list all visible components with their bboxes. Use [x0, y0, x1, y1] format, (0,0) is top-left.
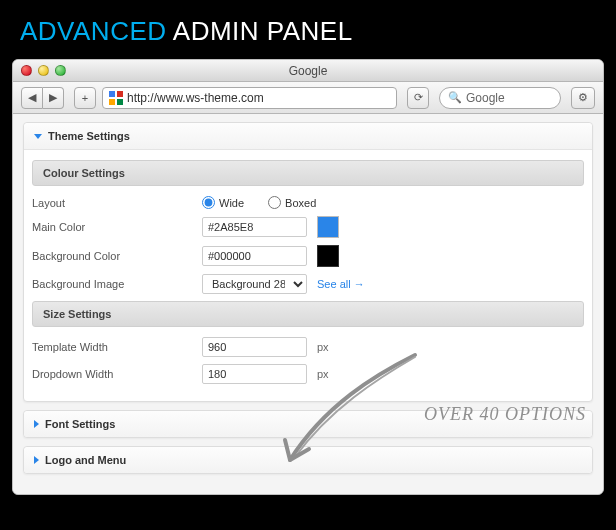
label-bg-image: Background Image: [32, 278, 202, 290]
section-size-settings: Size Settings: [32, 301, 584, 327]
window-title: Google: [13, 64, 603, 78]
panel-title: Theme Settings: [48, 130, 130, 142]
chevron-down-icon: [34, 134, 42, 139]
address-bar[interactable]: http://www.ws-theme.com: [102, 87, 397, 109]
select-bg-image[interactable]: Background 28: [202, 274, 307, 294]
radio-boxed-label: Boxed: [285, 197, 316, 209]
chevron-right-icon: [34, 456, 39, 464]
radio-boxed-input[interactable]: [268, 196, 281, 209]
section-colour-settings: Colour Settings: [32, 160, 584, 186]
input-dropdown-width[interactable]: [202, 364, 307, 384]
unit-template-width: px: [317, 341, 329, 353]
label-main-color: Main Color: [32, 221, 202, 233]
row-dropdown-width: Dropdown Width px: [32, 364, 584, 384]
url-text: http://www.ws-theme.com: [127, 91, 264, 105]
favicon-icon: [109, 91, 123, 105]
promo-headline: ADVANCED ADMIN PANEL: [0, 0, 616, 59]
headline-rest: ADMIN PANEL: [173, 16, 353, 46]
search-field[interactable]: 🔍 Google: [439, 87, 561, 109]
row-bg-image: Background Image Background 28 See all →: [32, 274, 584, 294]
browser-window: Google ◀ ▶ + http://www.ws-theme.com ⟳ 🔍…: [12, 59, 604, 495]
forward-button[interactable]: ▶: [43, 87, 64, 109]
page-content: Theme Settings Colour Settings Layout Wi…: [13, 114, 603, 494]
chevron-right-icon: [34, 420, 39, 428]
row-template-width: Template Width px: [32, 337, 584, 357]
window-titlebar: Google: [13, 60, 603, 82]
radio-boxed[interactable]: Boxed: [268, 196, 316, 209]
reload-button[interactable]: ⟳: [407, 87, 429, 109]
panel-header-logo[interactable]: Logo and Menu: [24, 447, 592, 473]
input-bg-color[interactable]: [202, 246, 307, 266]
link-see-all[interactable]: See all →: [317, 278, 365, 290]
label-dropdown-width: Dropdown Width: [32, 368, 202, 380]
new-tab-button[interactable]: +: [74, 87, 96, 109]
input-template-width[interactable]: [202, 337, 307, 357]
radio-wide-label: Wide: [219, 197, 244, 209]
radio-wide[interactable]: Wide: [202, 196, 244, 209]
label-bg-color: Background Color: [32, 250, 202, 262]
search-icon: 🔍: [448, 91, 462, 104]
panel-theme-settings: Theme Settings Colour Settings Layout Wi…: [23, 122, 593, 402]
swatch-main-color[interactable]: [317, 216, 339, 238]
panel-header-font[interactable]: Font Settings: [24, 411, 592, 437]
label-layout: Layout: [32, 197, 202, 209]
headline-accent: ADVANCED: [20, 16, 167, 46]
browser-toolbar: ◀ ▶ + http://www.ws-theme.com ⟳ 🔍 Google…: [13, 82, 603, 114]
back-button[interactable]: ◀: [21, 87, 43, 109]
row-layout: Layout Wide Boxed: [32, 196, 584, 209]
label-template-width: Template Width: [32, 341, 202, 353]
panel-title-font: Font Settings: [45, 418, 115, 430]
radio-wide-input[interactable]: [202, 196, 215, 209]
panel-font-settings: Font Settings: [23, 410, 593, 438]
panel-header-theme[interactable]: Theme Settings: [24, 123, 592, 150]
panel-logo-menu: Logo and Menu: [23, 446, 593, 474]
settings-button[interactable]: ⚙: [571, 87, 595, 109]
input-main-color[interactable]: [202, 217, 307, 237]
row-main-color: Main Color: [32, 216, 584, 238]
swatch-bg-color[interactable]: [317, 245, 339, 267]
unit-dropdown-width: px: [317, 368, 329, 380]
search-placeholder: Google: [466, 91, 505, 105]
panel-title-logo: Logo and Menu: [45, 454, 126, 466]
row-bg-color: Background Color: [32, 245, 584, 267]
